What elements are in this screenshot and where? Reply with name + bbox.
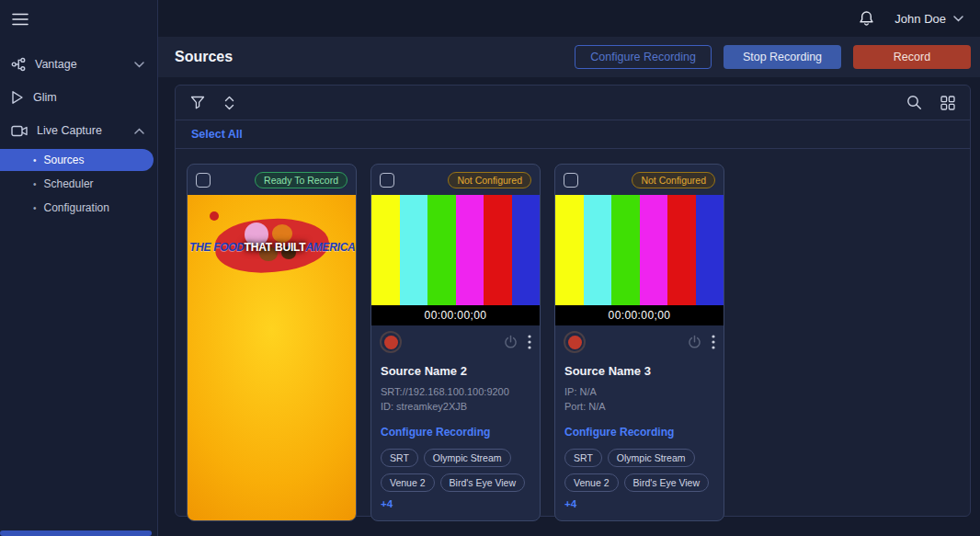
source-card: Ready To Record THE FOOD THAT BUILT AMER… [187,164,357,521]
sidebar-item-glim[interactable]: Glim [0,81,157,114]
tag-list: SRT Olympic Stream Venue 2 Bird's Eye Vi… [564,449,714,509]
food-graphic [210,211,219,221]
sidebar-item-sources[interactable]: • Sources [0,149,154,171]
filter-icon[interactable] [190,96,205,109]
sort-icon[interactable] [223,96,235,110]
status-badge: Ready To Record [255,172,348,188]
page-header: Sources Configure Recording Stop Recordi… [158,37,980,77]
source-name: Source Name 3 [564,364,714,378]
more-tags-link[interactable]: +4 [564,498,576,509]
status-badge: Not Configured [632,172,715,188]
status-badge: Not Configured [448,172,531,188]
toolbar-right [906,95,955,110]
card-controls-right [504,335,531,349]
header-actions: Configure Recording Stop Recording Recor… [575,45,971,69]
page-title: Sources [175,49,233,65]
card-controls [371,325,540,359]
card-body: Source Name 3 IP: N/A Port: N/A Configur… [555,359,724,520]
bullet-icon: • [33,203,37,213]
sidebar-item-vantage[interactable]: Vantage [0,48,157,81]
more-tags-link[interactable]: +4 [381,498,393,509]
tag-list: SRT Olympic Stream Venue 2 Bird's Eye Vi… [381,449,530,509]
recording-config-link[interactable]: Configure Recording [564,426,714,439]
tag-chip: Venue 2 [564,473,619,492]
source-checkbox[interactable] [196,173,211,188]
record-toggle-button[interactable] [564,331,586,353]
color-bars-graphic [371,195,540,305]
card-controls-right [688,335,715,349]
sidebar-item-label: Glim [33,91,57,104]
user-menu[interactable]: John Doe [895,12,963,26]
source-name: Source Name 2 [381,364,530,378]
source-checkbox[interactable] [564,173,578,188]
sidebar-item-label: Vantage [35,58,77,71]
power-icon[interactable] [504,335,518,349]
timecode-display: 00:00:00;00 [371,305,540,325]
list-toolbar [176,86,970,120]
card-controls [555,325,724,359]
food-graphic [272,224,292,243]
record-dot-icon [384,336,398,349]
tag-chip: Bird's Eye View [440,473,525,492]
sidebar-subitem-label: Sources [44,154,85,166]
source-detail-line: ID: streamkey2XJB [381,400,530,415]
recording-config-link[interactable]: Configure Recording [381,426,530,439]
power-icon[interactable] [688,335,701,349]
source-detail-line: SRT://192.168.100.100:9200 [381,385,530,400]
sidebar-item-configuration[interactable]: • Configuration [0,197,157,219]
chevron-down-icon [134,62,144,68]
bullet-icon: • [33,179,37,189]
kebab-menu-icon[interactable] [712,335,715,349]
live-capture-submenu: • Sources • Scheduler • Configuration [0,149,157,219]
card-header: Ready To Record [188,165,356,195]
workflow-icon [11,57,26,72]
source-card: Not Configured 00:00:00;00 [554,164,724,521]
tag-chip: Olympic Stream [424,449,511,467]
horizontal-scrollbar[interactable] [0,530,152,536]
source-thumbnail [555,195,724,305]
tag-chip: SRT [564,449,602,467]
grid-view-icon[interactable] [940,96,955,110]
source-detail-line: Port: N/A [564,400,714,415]
select-all-link[interactable]: Select All [191,128,243,141]
sidebar-subitem-label: Scheduler [44,177,94,190]
source-checkbox[interactable] [380,173,394,188]
sidebar-subitem-label: Configuration [44,201,109,214]
thumb-text-right: AMERICA [305,241,355,254]
source-cards: Ready To Record THE FOOD THAT BUILT AMER… [176,149,970,536]
card-body: Source Name 2 SRT://192.168.100.100:9200… [371,359,540,520]
record-toggle-button[interactable] [380,331,402,353]
select-all-row: Select All [176,120,970,149]
bullet-icon: • [33,155,37,165]
thumb-text-center: THAT BUILT [245,241,306,254]
timecode-display: 00:00:00;00 [555,305,724,325]
play-icon [11,90,24,105]
notifications-bell-icon[interactable] [859,10,874,27]
source-thumbnail: THE FOOD THAT BUILT AMERICA [188,195,356,521]
user-name: John Doe [895,12,946,26]
video-camera-icon [11,125,28,137]
topbar: John Doe [158,0,980,37]
sidebar: Vantage Glim Live Capture • Sources • Sc… [0,0,158,536]
chevron-down-icon [953,16,963,22]
source-detail-line: IP: N/A [564,385,714,400]
configure-recording-button[interactable]: Configure Recording [575,45,712,69]
thumbnail-title: THE FOOD THAT BUILT AMERICA [188,241,356,254]
sidebar-item-scheduler[interactable]: • Scheduler [0,173,157,195]
search-icon[interactable] [906,95,922,110]
record-dot-icon [568,336,582,349]
stop-recording-button[interactable]: Stop Recording [724,45,841,69]
source-thumbnail [371,195,540,305]
hamburger-menu-icon[interactable] [12,13,28,26]
chevron-up-icon [134,128,144,134]
card-header: Not Configured [555,165,724,195]
thumb-text-left: THE FOOD [189,241,245,254]
kebab-menu-icon[interactable] [528,335,531,349]
sidebar-item-live-capture[interactable]: Live Capture [0,114,157,147]
tag-chip: Olympic Stream [608,449,695,467]
record-button[interactable]: Record [853,45,971,69]
tag-chip: SRT [381,449,418,467]
card-header: Not Configured [371,165,540,195]
sidebar-item-label: Live Capture [37,124,102,137]
color-bars-graphic [555,195,724,305]
